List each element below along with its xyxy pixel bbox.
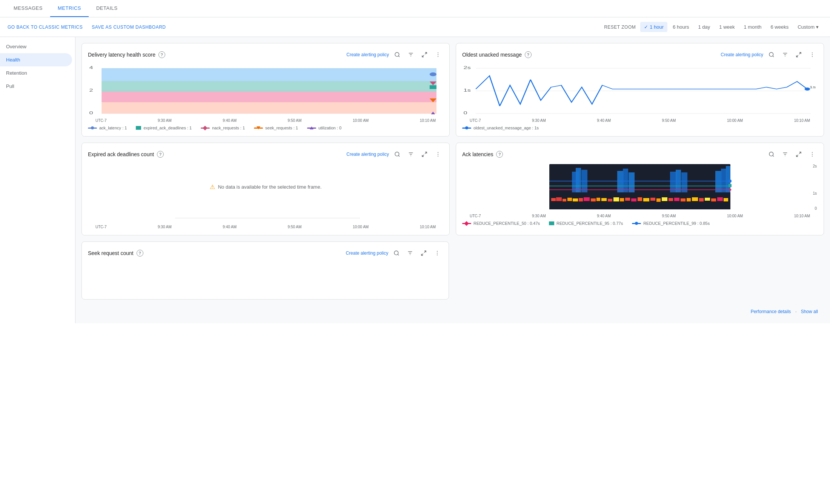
help-icon-seek[interactable]: ? [137,250,143,257]
time-1week[interactable]: 1 week [715,22,738,32]
time-1hour[interactable]: ✓ 1 hour [640,22,667,32]
legend-seek: seek_requests : 1 [254,126,298,130]
sidebar-item-retention[interactable]: Retention [0,66,75,80]
help-icon-ack[interactable]: ? [496,151,503,158]
help-icon-expired[interactable]: ? [157,151,164,158]
performance-details-link[interactable]: Performance details [751,309,791,314]
create-alert-seek[interactable]: Create alerting policy [346,250,388,256]
svg-line-6 [422,55,424,57]
svg-point-25 [769,52,773,57]
x-label-1010-expired: 10:10 AM [420,225,436,229]
chart-seek-request: Seek request count ? Create alerting pol… [81,241,449,300]
svg-rect-21 [430,85,437,89]
footer: Performance details · Show all [81,306,824,317]
svg-text:2s: 2s [464,66,471,70]
svg-rect-83 [650,198,655,201]
x-label-1000-oldest: 10:00 AM [727,118,743,123]
search-icon-expired[interactable] [392,149,403,160]
filter-icon-expired[interactable] [406,149,416,160]
help-icon-oldest[interactable]: ? [525,51,532,58]
more-icon-ack[interactable] [807,149,818,160]
svg-point-9 [438,56,438,57]
sidebar-item-health[interactable]: Health [0,53,72,66]
svg-rect-85 [662,197,667,201]
svg-line-115 [398,254,399,255]
reset-zoom-label[interactable]: RESET ZOOM [604,25,636,30]
chart-actions-delivery: Create alerting policy [346,49,443,60]
expand-icon-oldest[interactable] [793,49,804,60]
sidebar-item-overview[interactable]: Overview [0,40,75,53]
chart-oldest-unacked: Oldest unacked message ? Create alerting… [456,43,824,137]
svg-line-55 [773,155,774,157]
chart-title-oldest: Oldest unacked message [462,52,522,58]
svg-point-123 [437,255,438,255]
svg-rect-84 [656,198,661,202]
svg-rect-75 [601,198,607,201]
svg-rect-70 [573,198,578,201]
chart-title-group: Delivery latency health score ? [88,51,165,58]
more-icon-seek[interactable] [432,248,443,258]
svg-text:2: 2 [89,88,93,92]
create-alert-oldest[interactable]: Create alerting policy [721,52,763,57]
show-all-link[interactable]: Show all [801,309,818,314]
x-label-1010: 10:10 AM [420,118,436,123]
filter-icon-delivery[interactable] [406,49,416,60]
more-icon-oldest[interactable] [807,49,818,60]
filter-icon-seek[interactable] [405,248,415,258]
chart-area-oldest: 2s 1s 0 1s UTC-7 9:30 AM [462,65,818,123]
chart-title-group-ack: Ack latencies ? [462,151,503,158]
filter-icon-oldest[interactable] [780,49,790,60]
time-6hours[interactable]: 6 hours [669,22,693,32]
svg-line-31 [796,55,798,57]
chart-expired-ack: Expired ack deadlines count ? Create ale… [81,143,450,235]
more-icon-delivery[interactable] [433,49,443,60]
tab-metrics[interactable]: METRICS [50,0,89,17]
create-alert-delivery[interactable]: Create alerting policy [346,52,389,57]
svg-point-34 [812,56,813,57]
svg-line-30 [799,52,801,54]
svg-rect-68 [563,199,566,201]
expand-icon-delivery[interactable] [419,49,430,60]
search-icon-delivery[interactable] [392,49,403,60]
no-data-message: No data is available for the selected ti… [218,184,322,190]
svg-rect-92 [705,198,710,201]
time-6weeks[interactable]: 6 weeks [767,22,793,32]
svg-rect-97 [576,168,581,192]
expand-icon-expired[interactable] [419,149,430,160]
save-dashboard-link[interactable]: SAVE AS CUSTOM DASHBOARD [92,25,166,30]
sidebar-item-pull[interactable]: Pull [0,80,75,93]
tab-messages[interactable]: MESSAGES [6,0,50,17]
tab-details[interactable]: DETAILS [89,0,125,17]
go-back-link[interactable]: GO BACK TO CLASSIC METRICS [8,25,83,30]
svg-line-49 [422,155,424,157]
footer-separator: · [795,309,798,314]
svg-rect-65 [549,194,730,209]
svg-point-121 [437,251,438,252]
search-icon-oldest[interactable] [766,49,777,60]
x-label-940-ack: 9:40 AM [597,214,611,218]
svg-rect-71 [579,198,583,201]
more-icon-expired[interactable] [433,149,443,160]
time-1month[interactable]: 1 month [740,22,765,32]
filter-icon-ack[interactable] [780,149,790,160]
create-alert-expired[interactable]: Create alerting policy [346,152,389,157]
svg-point-50 [438,152,438,153]
svg-line-119 [424,251,426,253]
search-icon-seek[interactable] [391,248,402,258]
svg-rect-94 [717,197,723,201]
svg-text:4: 4 [89,66,93,70]
x-label-950-oldest: 9:50 AM [662,118,676,123]
time-custom[interactable]: Custom ▾ [794,22,822,32]
expand-icon-ack[interactable] [793,149,804,160]
search-icon-ack[interactable] [766,149,777,160]
svg-point-61 [812,152,813,153]
action-bar-left: GO BACK TO CLASSIC METRICS SAVE AS CUSTO… [8,25,166,30]
svg-line-44 [398,155,400,157]
expand-icon-seek[interactable] [418,248,429,258]
time-1day[interactable]: 1 day [695,22,714,32]
help-icon-delivery[interactable]: ? [158,51,165,58]
chart-title-expired: Expired ack deadlines count [88,151,154,157]
chart-header-delivery: Delivery latency health score ? Create a… [88,49,443,60]
chart-header-expired: Expired ack deadlines count ? Create ale… [88,149,443,160]
seek-chart-empty [88,263,443,293]
